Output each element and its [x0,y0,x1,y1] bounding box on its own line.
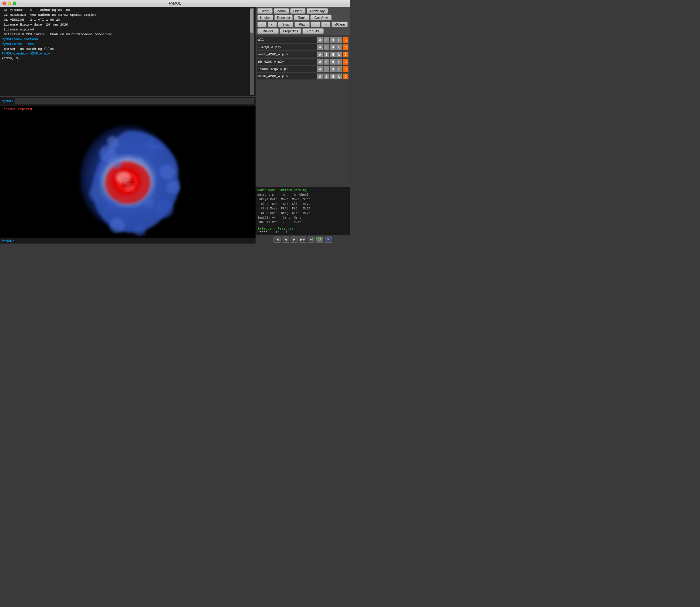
scrollbar-thumb[interactable] [250,8,254,33]
obj-vert-btn-a[interactable]: A [317,51,323,58]
obj-pb-btn-s[interactable]: S [323,59,329,65]
svg-point-16 [125,184,134,191]
rebuild-button[interactable]: Rebuild [302,28,324,34]
deselect-button[interactable]: Deselect [275,15,293,20]
console-line: GL_VENDOR: ATI Technologies Inc. [2,8,250,13]
obj-mesh-btn-l[interactable]: L [336,74,342,80]
console-area: GL_VENDOR: ATI Technologies Inc. GL_REND… [0,7,256,97]
mclear-button[interactable]: MClear [332,22,348,27]
builder-button[interactable]: Builder [257,28,279,34]
window-title: PyMOL [169,1,181,5]
stop-button[interactable]: Stop [278,22,293,27]
svg-point-9 [167,181,180,194]
obj-4zqk-btn-c[interactable]: C [343,44,349,50]
obj-vert-btn-l[interactable]: L [336,51,342,58]
draw-ray-button[interactable]: Draw/Ray [307,8,328,14]
obj-all-btn-s[interactable]: S [323,37,329,43]
obj-pb-btn-l[interactable]: L [336,59,342,65]
minimize-button[interactable] [7,1,11,5]
obj-4zqk-btn-h[interactable]: H [330,44,336,50]
obj-all-btn-a[interactable]: A [317,37,323,43]
selecting-label: Selecting Residues [257,227,348,230]
svg-point-17 [113,160,122,169]
unpick-button[interactable]: Unpick [257,15,273,20]
cursor-indicator: _ [14,239,16,243]
spacer [256,82,350,187]
orient-button[interactable]: Orient [290,8,305,14]
obj-pb-btn-a[interactable]: A [317,59,323,65]
obj-mesh-btn-c[interactable]: C [343,74,349,80]
obj-iface-btn-l[interactable]: L [336,66,342,72]
obj-iface-btn-a[interactable]: A [317,66,323,72]
obj-all-btn-l[interactable]: L [336,37,342,43]
mouse-mode-line-6: DblClk Menu - PkAt [257,220,348,225]
mouse-mode-line-1: &Keys Rota Move MovZ Slab [257,197,348,202]
pb-ff[interactable]: ▶▶ [299,236,306,243]
play-button[interactable]: Play [294,22,310,27]
obj-all-btn-h[interactable]: H [330,37,336,43]
console-line: GL_VERSION: 2.1 ATI-1.68.20 [2,18,250,23]
pb-f[interactable]: F [325,236,332,243]
console-scrollbar[interactable] [250,8,254,95]
svg-point-20 [107,201,116,210]
obj-iface-btn-h[interactable]: H [330,66,336,72]
next-button[interactable]: > [311,22,320,27]
molecule-visualization [64,117,192,244]
prev-button[interactable]: < [268,22,277,27]
obj-all-btn-c[interactable]: C [343,37,349,43]
titlebar: PyMOL [0,0,350,7]
object-name-vert[interactable]: vert_4ZQK_A.ply [257,51,317,58]
svg-point-18 [136,158,144,165]
console-line: GL_RENDERER: AMD Radeon R9 M370X OpenGL … [2,13,250,18]
obj-mesh-btn-s[interactable]: S [323,74,329,80]
obj-vert-btn-h[interactable]: H [330,51,336,58]
obj-pb-btn-h[interactable]: H [330,59,336,65]
command-input[interactable] [15,98,254,104]
viewport[interactable]: license expired [0,106,256,244]
properties-button[interactable]: Properties [280,28,301,34]
obj-vert-btn-s[interactable]: S [323,51,329,58]
obj-4zqk-btn-s[interactable]: S [323,44,329,50]
bottom-input: PyMOL>_ [0,238,256,244]
svg-point-7 [107,136,118,147]
svg-point-8 [134,224,146,236]
object-name-pb[interactable]: pb_4ZQK_A.ply [257,59,317,65]
mouse-mode-title: Mouse Mode 3-Button Viewing [257,188,348,193]
pb-rewind[interactable]: |◀ [274,236,281,243]
console-line: License Expiry date: 24-jan-2020 [2,23,250,27]
obj-pb-btn-c[interactable]: C [343,59,349,65]
obj-iface-btn-s[interactable]: S [323,66,329,72]
license-watermark: license expired [2,107,32,111]
object-row-mesh: mesh_4ZQK_A.ply A S H L C [257,73,349,80]
maximize-button[interactable] [13,1,17,5]
reset-button[interactable]: Reset [257,8,272,14]
obj-4zqk-btn-l[interactable]: L [336,44,342,50]
zoom-button[interactable]: Zoom [274,8,289,14]
pb-play[interactable]: ▶ [290,236,298,243]
close-button[interactable] [2,1,6,5]
pb-end[interactable]: ▶| [308,236,315,243]
object-name-iface[interactable]: iface_4ZQK_A.pl [257,66,317,72]
rock-button[interactable]: Rock [294,15,309,20]
object-name-mesh[interactable]: mesh_4ZQK_A.ply [257,74,317,80]
rewind-button[interactable]: |< [257,22,266,27]
object-name-4zqk[interactable]: - 4ZQK_A.ply [257,44,317,50]
obj-4zqk-btn-a[interactable]: A [317,44,323,50]
obj-mesh-btn-a[interactable]: A [317,74,323,80]
object-row-all: all A S H L C [257,37,349,43]
fastforward-button[interactable]: >| [321,22,330,27]
pb-prev[interactable]: ◀ [282,236,289,243]
playback-controls: |◀ ◀ ▶ ▶▶ ▶| S F [256,235,350,244]
input-area: PyMOL> [0,97,256,106]
obj-iface-btn-c[interactable]: C [343,66,349,72]
obj-mesh-btn-h[interactable]: H [330,74,336,80]
object-list: all A S H L C - 4ZQK_A.ply A S H L C [256,35,350,82]
svg-point-4 [155,200,173,218]
obj-vert-btn-c[interactable]: C [343,51,349,58]
button-row-1: Reset Zoom Orient Draw/Ray [257,8,348,14]
get-view-button[interactable]: Get View [310,15,332,20]
svg-point-5 [110,218,125,233]
svg-point-3 [160,164,175,180]
object-name-all[interactable]: all [257,37,317,43]
pb-s[interactable]: S [316,236,323,243]
